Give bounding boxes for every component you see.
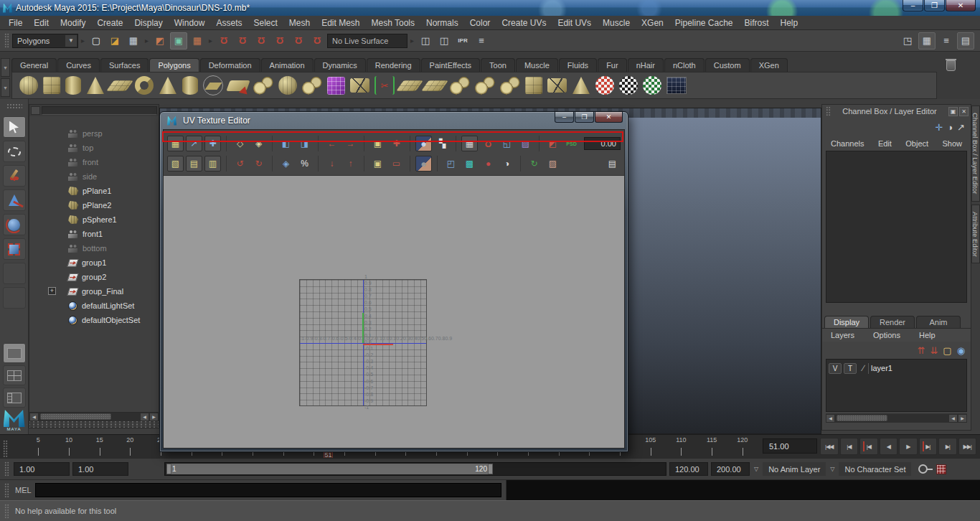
layer-visibility-toggle[interactable]: V (829, 363, 842, 374)
channel-box-menu-item[interactable]: Channels (831, 139, 864, 148)
go-to-end-button[interactable]: ▶▶| (958, 438, 977, 455)
checker-display-icon[interactable]: ▩ (461, 156, 478, 172)
scroll-thumb[interactable] (837, 415, 887, 421)
menu-item[interactable]: Mesh Tools (366, 16, 420, 30)
play-forwards-button[interactable]: ▶ (899, 438, 918, 455)
character-set-selector[interactable]: No Character Set (839, 462, 911, 476)
layer-move-up-icon[interactable]: ⇈ (918, 345, 925, 356)
duplicate-face-icon[interactable] (421, 80, 449, 91)
panel-float-icon[interactable]: ▣ (948, 107, 958, 116)
tool-settings-toggle-button[interactable]: ≡ (938, 32, 955, 50)
playback-end-field[interactable]: 120.00 (669, 462, 708, 476)
window-minimize-button[interactable]: – (903, 0, 923, 11)
snap-to-projected-center-icon[interactable]: Ω (271, 32, 288, 50)
layer-color-swatch[interactable]: ∕ (859, 363, 869, 374)
shelf-tab[interactable]: Deformation (200, 58, 260, 72)
channel-box-menu-item[interactable]: Show (942, 139, 962, 148)
separate-icon[interactable] (374, 76, 395, 95)
menu-item[interactable]: Pipeline Cache (669, 16, 739, 30)
sidebar-vertical-tab[interactable]: Attribute Editor (971, 205, 980, 264)
checker-material-icon[interactable] (595, 76, 614, 95)
render-settings-icon[interactable]: ≡ (473, 32, 490, 50)
uv-lattice-alt-icon[interactable]: ▧ (167, 156, 184, 172)
menu-item[interactable]: Create (91, 16, 128, 30)
triangulate-icon[interactable] (547, 78, 567, 93)
anim-layer-selector[interactable]: No Anim Layer (763, 462, 826, 476)
timeline-tick[interactable]: 10 (54, 436, 85, 457)
force-editor-refresh-icon[interactable]: ▨ (545, 156, 561, 172)
update-psd-networks-icon[interactable]: ↻ (526, 156, 542, 172)
attribute-editor-toggle-button[interactable]: ▤ (957, 32, 974, 50)
uv-window-titlebar[interactable]: UV Texture Editor – ❐ ✕ (160, 112, 628, 129)
expand-icon[interactable]: + (48, 287, 56, 295)
poly-platonic-solid-icon[interactable] (203, 75, 223, 95)
window-titlebar[interactable]: Autodesk Maya 2015: E:\Project\Maya\Dino… (0, 0, 980, 16)
shelf-tab[interactable]: General (11, 58, 57, 72)
alpha-channel-icon[interactable]: ◑ (499, 156, 515, 172)
outliner-item[interactable]: + defaultObjectSet (29, 313, 159, 327)
menu-item[interactable]: File (3, 16, 28, 30)
uv-borders-display-icon[interactable]: ◰ (443, 156, 459, 172)
select-hierarchy-icon[interactable]: ◩ (151, 32, 169, 50)
step-forward-frame-button[interactable]: ▶| (938, 438, 957, 455)
panel-grip[interactable] (826, 106, 831, 116)
live-surface-field[interactable]: No Live Surface (327, 34, 407, 48)
poly-cone-icon[interactable] (86, 77, 105, 94)
sidebar-vertical-tab[interactable]: Channel Box / Layer Editor (971, 105, 980, 202)
marquee-select-icon[interactable]: ▥ (204, 156, 221, 172)
layer-editor-tab[interactable]: Display (824, 316, 869, 328)
panel-close-icon[interactable]: ✕ (959, 107, 969, 116)
checker-green-material-icon[interactable] (643, 76, 661, 95)
menu-item[interactable]: Create UVs (496, 16, 552, 30)
shatter-icon[interactable] (350, 78, 369, 93)
go-to-start-button[interactable]: |◀◀ (820, 438, 839, 455)
trash-icon[interactable] (946, 60, 956, 71)
layout-two-pane-button[interactable] (3, 388, 26, 408)
channel-box-toggle-button[interactable]: ▦ (918, 32, 936, 50)
sculpt-geometry-icon[interactable] (226, 80, 250, 91)
timeline-tick[interactable]: 5 (23, 436, 54, 457)
menu-item[interactable]: Modify (55, 16, 91, 30)
range-slider-range[interactable]: 1 120 (166, 464, 493, 474)
open-scene-icon[interactable]: ◪ (106, 32, 123, 50)
section-collapse-icon[interactable]: ▸ (409, 32, 415, 50)
reduce-icon[interactable] (572, 77, 590, 94)
tweak-uv-tool-icon[interactable]: ▤ (186, 156, 202, 172)
layer-editor-menu-item[interactable]: Layers (831, 331, 854, 339)
create-layer-from-selected-icon[interactable]: ◉ (957, 345, 965, 356)
create-empty-layer-icon[interactable]: ▢ (943, 345, 951, 356)
ipr-render-icon[interactable]: IPR (454, 32, 471, 50)
poly-pyramid-icon[interactable] (159, 77, 177, 94)
rotate-uvs-ccw-icon[interactable]: ↺ (232, 156, 248, 172)
menu-item[interactable]: Color (464, 16, 496, 30)
poly-cylinder-icon[interactable] (65, 76, 81, 95)
outliner-icon[interactable] (31, 106, 40, 115)
outliner-item[interactable]: + pSphere1 (29, 212, 159, 227)
poly-pipe-icon[interactable] (182, 76, 198, 95)
extract-icon[interactable] (396, 80, 424, 91)
timeline-tick[interactable]: 105 (635, 436, 666, 457)
toolbox-grip[interactable] (6, 103, 22, 109)
shelf-tab[interactable]: Fur (598, 58, 627, 72)
select-component-icon[interactable]: ▦ (189, 32, 206, 50)
outliner-item[interactable]: + defaultLightSet (29, 299, 159, 313)
copy-paste-uvs-icon[interactable]: ▤ (604, 156, 621, 172)
outliner-hscrollbar[interactable]: ◀ ◀ ▶ (29, 412, 159, 421)
timeslider-grip[interactable] (3, 440, 8, 459)
snap-to-grid-icon[interactable]: Ω (215, 32, 232, 50)
layer-editor-tab[interactable]: Anim (916, 316, 961, 328)
snap-to-view-plane-icon[interactable]: Ω (290, 32, 307, 50)
menu-item[interactable]: Muscle (597, 16, 636, 30)
set-key-icon[interactable] (918, 464, 928, 474)
channel-box-menu-item[interactable]: Edit (878, 139, 892, 148)
uv-canvas[interactable]: -1-0.9-0.8-0.7-0.6-0.5-0.4-0.3-0.2-0.10.… (164, 175, 624, 448)
boolean-difference-icon[interactable] (500, 76, 520, 95)
shelf-tab[interactable]: PaintEffects (421, 58, 481, 72)
shelf-tab[interactable]: XGen (750, 58, 788, 72)
scroll-right-icon[interactable]: ▶ (149, 413, 159, 421)
timeline-tick[interactable]: 120 (727, 436, 758, 457)
menu-item[interactable]: Edit (28, 16, 55, 30)
menu-item[interactable]: Select (248, 16, 283, 30)
shelf-tab[interactable]: Polygons (149, 58, 199, 72)
poly-sphere-icon[interactable] (19, 76, 38, 95)
